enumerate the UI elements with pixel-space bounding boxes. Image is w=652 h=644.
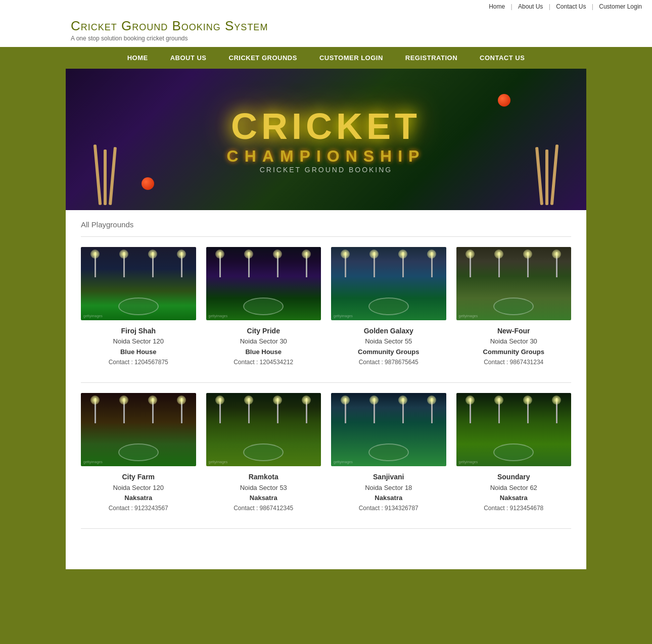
ground-image: gettyimages	[81, 393, 196, 466]
banner: CRICKET CHAMPIONSHIP CRICKET GROUND BOOK…	[66, 69, 586, 210]
topbar-contact-link[interactable]: Contact Us	[556, 3, 586, 10]
cricket-ball	[142, 177, 154, 190]
top-bar: Home | About Us | Contact Us | Customer …	[0, 0, 652, 13]
ground-name: City Farm	[81, 471, 196, 482]
oval-ground	[368, 443, 409, 461]
watermark: gettyimages	[209, 314, 228, 318]
watermark: gettyimages	[334, 314, 353, 318]
oval-ground	[118, 443, 159, 461]
ground-image: gettyimages	[81, 247, 196, 320]
watermark: gettyimages	[459, 460, 478, 464]
playgrounds-section: All Playgrounds gettyimagesFiroj ShahNoi…	[66, 210, 586, 549]
stump-decoration	[104, 150, 107, 205]
ground-card: gettyimagesCity PrideNoida Sector 30Blue…	[206, 247, 321, 367]
grounds-row-1: gettyimagesFiroj ShahNoida Sector 120Blu…	[81, 247, 571, 367]
watermark: gettyimages	[83, 460, 103, 464]
section-divider	[81, 236, 571, 237]
ground-location: Noida Sector 62	[456, 483, 572, 493]
ground-contact: Contact : 1204534212	[206, 358, 321, 367]
ground-group: Blue House	[81, 347, 196, 358]
stump-decoration	[535, 147, 543, 205]
ground-group: Naksatra	[331, 493, 446, 504]
ground-image: gettyimages	[331, 393, 446, 466]
ground-group: Community Groups	[456, 347, 572, 358]
site-subtitle: A one stop solution booking cricket grou…	[71, 35, 581, 42]
ground-location: Noida Sector 53	[206, 483, 321, 493]
nav-login[interactable]: CUSTOMER LOGIN	[308, 47, 394, 69]
topbar-about-link[interactable]: About Us	[518, 3, 543, 10]
ground-location: Noida Sector 120	[81, 483, 196, 493]
stadium-lights	[81, 252, 196, 277]
ground-group: Community Groups	[331, 347, 446, 358]
ground-name: Soundary	[456, 471, 572, 482]
ground-name: Firoj Shah	[81, 325, 196, 336]
stadium-lights	[331, 252, 446, 277]
nav-about[interactable]: ABOUT US	[159, 47, 218, 69]
ground-card: gettyimagesRamkotaNoida Sector 53Naksatr…	[206, 393, 321, 513]
oval-ground	[368, 298, 409, 315]
ground-contact: Contact : 9867412345	[206, 504, 321, 513]
ground-image: gettyimages	[456, 247, 572, 320]
nav-grounds[interactable]: CRICKET GROUNDS	[218, 47, 308, 69]
ground-name: Ramkota	[206, 471, 321, 482]
ground-contact: Contact : 9878675645	[331, 358, 446, 367]
ground-card: gettyimagesSoundaryNoida Sector 62Naksat…	[456, 393, 572, 513]
watermark: gettyimages	[209, 460, 228, 464]
ground-name: New-Four	[456, 325, 572, 336]
ground-card: gettyimagesFiroj ShahNoida Sector 120Blu…	[81, 247, 196, 367]
topbar-links: Home | About Us | Contact Us | Customer …	[485, 3, 642, 10]
row-divider	[81, 528, 571, 529]
oval-ground	[493, 298, 534, 315]
cricket-ball	[498, 94, 510, 107]
ground-contact: Contact : 9867431234	[456, 358, 572, 367]
banner-text: CRICKET CHAMPIONSHIP CRICKET GROUND BOOK…	[227, 106, 426, 174]
watermark: gettyimages	[83, 314, 103, 318]
nav: HOME ABOUT US CRICKET GROUNDS CUSTOMER L…	[0, 47, 652, 69]
stadium-lights	[206, 252, 321, 277]
stump-decoration	[545, 150, 548, 205]
ground-image: gettyimages	[331, 247, 446, 320]
oval-ground	[243, 298, 284, 315]
stump-decoration	[550, 144, 558, 205]
row-divider	[81, 382, 571, 383]
ground-location: Noida Sector 18	[331, 483, 446, 493]
nav-registration[interactable]: REGISTRATION	[394, 47, 469, 69]
header: Cricket Ground Booking System A one stop…	[0, 13, 652, 47]
ground-name: Golden Galaxy	[331, 325, 446, 336]
ground-location: Noida Sector 30	[206, 336, 321, 347]
watermark: gettyimages	[459, 314, 478, 318]
ground-group: Naksatra	[81, 493, 196, 504]
ground-group: Naksatra	[206, 493, 321, 504]
oval-ground	[243, 443, 284, 461]
ground-contact: Contact : 9134326787	[331, 504, 446, 513]
stadium-lights	[456, 252, 572, 277]
playgrounds-heading: All Playgrounds	[81, 220, 571, 229]
topbar-login-link[interactable]: Customer Login	[599, 3, 642, 10]
ground-location: Noida Sector 55	[331, 336, 446, 347]
ground-contact: Contact : 9123243567	[81, 504, 196, 513]
ground-location: Noida Sector 120	[81, 336, 196, 347]
stadium-lights	[206, 398, 321, 423]
ground-image: gettyimages	[206, 247, 321, 320]
nav-home[interactable]: HOME	[116, 47, 159, 69]
banner-title: CRICKET	[227, 106, 426, 147]
stump-decoration	[109, 147, 117, 205]
stadium-lights	[456, 398, 572, 423]
ground-group: Blue House	[206, 347, 321, 358]
oval-ground	[118, 298, 159, 315]
ground-card: gettyimagesCity FarmNoida Sector 120Naks…	[81, 393, 196, 513]
ground-card: gettyimagesNew-FourNoida Sector 30Commun…	[456, 247, 572, 367]
site-title: Cricket Ground Booking System	[71, 18, 581, 34]
ground-contact: Contact : 1204567875	[81, 358, 196, 367]
ground-location: Noida Sector 30	[456, 336, 572, 347]
stadium-lights	[331, 398, 446, 423]
topbar-home-link[interactable]: Home	[489, 3, 505, 10]
watermark: gettyimages	[334, 460, 353, 464]
ground-image: gettyimages	[206, 393, 321, 466]
ground-image: gettyimages	[456, 393, 572, 466]
banner-subtitle: CHAMPIONSHIP	[227, 147, 426, 166]
nav-contact[interactable]: CONTACT US	[469, 47, 536, 69]
ground-contact: Contact : 9123454678	[456, 504, 572, 513]
main-content: CRICKET CHAMPIONSHIP CRICKET GROUND BOOK…	[66, 69, 586, 569]
oval-ground	[493, 443, 534, 461]
